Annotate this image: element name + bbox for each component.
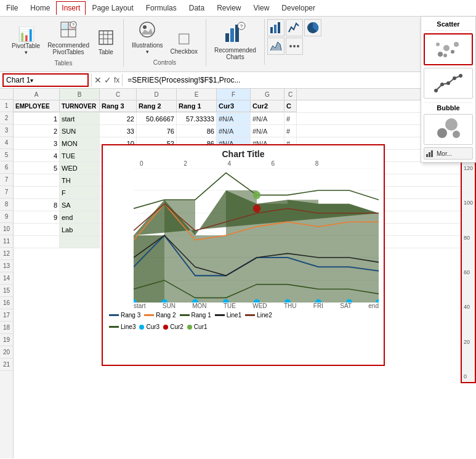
tables-buttons: 📊 PivotTable ▾ ? RecommendedPiv [9, 19, 118, 59]
cell-h3[interactable]: # [284, 125, 297, 137]
recommended-charts-button[interactable]: ? RecommendedCharts [211, 19, 259, 62]
cell-b7[interactable]: TH [60, 174, 100, 186]
right-scrollbar[interactable]: 120 100 80 60 40 20 0 [461, 161, 476, 383]
col-header-a: A [14, 89, 60, 100]
cell-c1[interactable]: Rang 3 [100, 100, 137, 112]
pie-chart-button[interactable] [304, 19, 321, 36]
svg-rect-7 [99, 31, 113, 44]
cell-g3[interactable]: #N/A [251, 125, 284, 137]
legend-rang2-icon [144, 314, 154, 316]
menu-data[interactable]: Data [183, 1, 211, 15]
menu-insert[interactable]: Insert [56, 1, 86, 15]
area-chart-button[interactable] [267, 38, 284, 55]
recommended-pivot-button[interactable]: ? RecommendedPivotTables [44, 19, 92, 57]
cell-a11[interactable] [14, 236, 60, 248]
cell-f2[interactable]: #N/A [217, 113, 251, 124]
cell-e2[interactable]: 57.33333 [177, 113, 217, 124]
insert-function-icon[interactable]: fx [114, 76, 119, 84]
legend-rang3-label: Rang 3 [121, 312, 140, 319]
cell-b6[interactable]: WED [60, 162, 100, 174]
chart-x-axis-numbers: 0 2 4 6 8 [103, 160, 384, 167]
cancel-formula-icon[interactable]: ✕ [94, 75, 102, 85]
checkbox-button[interactable]: ☐ Checkbox [167, 30, 201, 57]
cell-b1[interactable]: TURNOVER [60, 100, 100, 112]
cell-a9[interactable]: 9 [14, 211, 60, 223]
cell-e3[interactable]: 86 [177, 125, 217, 137]
chart-legend-2: Line3 Cur3 Cur2 Cur1 [103, 321, 384, 333]
cell-h1[interactable]: C [284, 100, 297, 112]
name-box-dropdown[interactable]: ▾ [30, 77, 33, 84]
legend-rang2-label: Rang 2 [156, 312, 175, 319]
col-headers: A B C D E F G C [14, 89, 476, 100]
cell-a10[interactable] [14, 224, 60, 235]
illustrations-button[interactable]: Illustrations ▾ [129, 19, 166, 57]
menu-home[interactable]: Home [24, 1, 56, 15]
recommended-charts-label: RecommendedCharts [214, 47, 256, 60]
cell-a7b[interactable] [14, 187, 60, 198]
cell-c3[interactable]: 33 [100, 125, 137, 137]
bar-chart-button[interactable] [267, 19, 284, 36]
menu-formulas[interactable]: Formulas [140, 1, 183, 15]
menu-view[interactable]: View [248, 1, 276, 15]
cell-a8[interactable]: 8 [14, 199, 60, 211]
cell-b2[interactable]: start [60, 113, 100, 124]
line-chart-button[interactable] [286, 19, 303, 36]
legend-line1-label: Line1 [227, 312, 241, 319]
chart-title: Chart Title [103, 145, 384, 160]
table-row: 2 SUN 33 76 86 #N/A #N/A # [14, 125, 476, 137]
checkbox-label: Checkbox [171, 48, 198, 55]
cell-c2[interactable]: 22 [100, 113, 137, 124]
legend-line3-label: Line3 [121, 323, 135, 330]
pivot-table-button[interactable]: 📊 PivotTable ▾ [9, 26, 43, 57]
cell-b3[interactable]: SUN [60, 125, 100, 137]
cell-g1[interactable]: Cur2 [251, 100, 284, 112]
cell-a5[interactable]: 4 [14, 150, 60, 161]
more-chart-button[interactable] [286, 38, 303, 55]
menu-file[interactable]: File [0, 1, 24, 15]
row-header-14: 14 [0, 272, 13, 285]
menu-page-layout[interactable]: Page Layout [86, 1, 139, 15]
cell-a1[interactable]: EMPLOYEE [14, 100, 60, 112]
x-num-6: 6 [272, 160, 315, 167]
svg-rect-1 [62, 23, 68, 30]
row-header-21: 21 [0, 359, 13, 371]
cell-f1[interactable]: Cur3 [217, 100, 251, 112]
bubble-dots-icon [433, 117, 464, 142]
menu-review[interactable]: Review [211, 1, 247, 15]
scatter-line-button[interactable] [424, 68, 473, 99]
cell-d3[interactable]: 76 [137, 125, 177, 137]
table-button[interactable]: Table [94, 28, 118, 57]
cell-a7[interactable] [14, 174, 60, 186]
cell-d2[interactable]: 50.66667 [137, 113, 177, 124]
menu-developer[interactable]: Developer [275, 1, 321, 15]
cell-b8[interactable]: SA [60, 199, 100, 211]
cell-d1[interactable]: Rang 2 [137, 100, 177, 112]
cell-f3[interactable]: #N/A [217, 125, 251, 137]
row-header-5: 5 [0, 149, 13, 161]
cell-a3[interactable]: 2 [14, 125, 60, 137]
row-header-6: 6 [0, 161, 13, 174]
col-header-h: C [284, 89, 297, 100]
cell-a6[interactable]: 5 [14, 162, 60, 174]
cell-e1[interactable]: Rang 1 [177, 100, 217, 112]
cell-b10[interactable]: Lab [60, 224, 100, 235]
cell-b7b[interactable]: F [60, 187, 100, 198]
bubble-chart-button[interactable] [424, 114, 473, 145]
confirm-formula-icon[interactable]: ✓ [104, 75, 111, 85]
svg-point-32 [434, 89, 438, 92]
cell-g2[interactable]: #N/A [251, 113, 284, 124]
name-box[interactable]: Chart 1 ▾ [2, 73, 89, 87]
scale-20: 20 [464, 339, 473, 345]
row-header-2: 2 [0, 112, 13, 124]
scatter-dots-button[interactable] [424, 33, 473, 65]
cell-b4[interactable]: MON [60, 137, 100, 149]
more-charts-button[interactable]: Mor... [424, 147, 473, 160]
cell-h2[interactable]: # [284, 113, 297, 124]
cell-b5[interactable]: TUE [60, 150, 100, 161]
cell-b11[interactable] [60, 236, 100, 248]
chart-overlay[interactable]: Chart Title 0 2 4 6 8 [102, 144, 385, 366]
cell-b9[interactable]: end [60, 211, 100, 223]
cell-a4[interactable]: 3 [14, 137, 60, 149]
cell-a2[interactable]: 1 [14, 113, 60, 124]
recommended-charts-icon: ? [224, 21, 246, 46]
